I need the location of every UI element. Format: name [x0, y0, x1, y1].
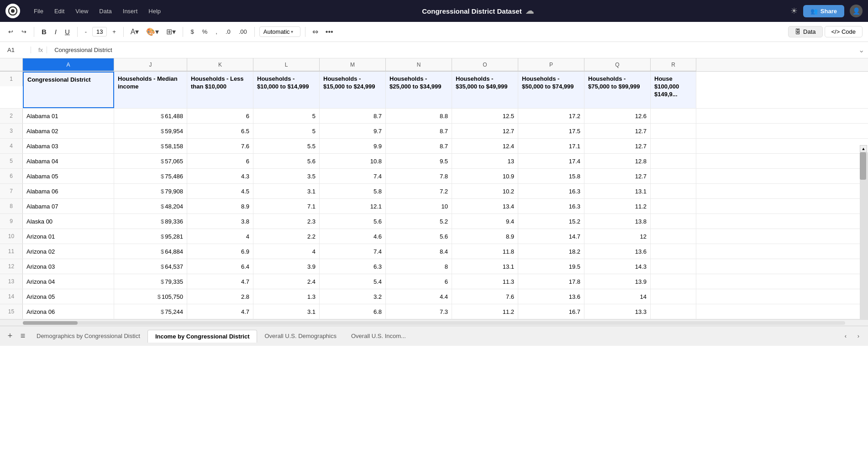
- cell-m-0[interactable]: 8.7: [320, 109, 386, 123]
- cell-n-2[interactable]: 8.7: [386, 139, 452, 153]
- cell-q-2[interactable]: 12.7: [584, 139, 651, 153]
- cell-median-3[interactable]: $57,065: [114, 154, 187, 168]
- cell-m-3[interactable]: 10.8: [320, 154, 386, 168]
- cell-n-6[interactable]: 10: [386, 199, 452, 213]
- cell-k-9[interactable]: 6.9: [187, 244, 253, 259]
- cell-p-2[interactable]: 17.1: [518, 139, 584, 153]
- col-header-l[interactable]: L: [253, 58, 320, 71]
- data-button[interactable]: 🗄 Data: [788, 26, 822, 37]
- col-header-a[interactable]: A: [23, 58, 114, 71]
- currency-button[interactable]: $: [188, 26, 196, 37]
- cell-q-8[interactable]: 12: [584, 229, 651, 244]
- cell-l-4[interactable]: 3.5: [253, 169, 320, 183]
- cell-p-3[interactable]: 17.4: [518, 154, 584, 168]
- cell-n-4[interactable]: 7.8: [386, 169, 452, 183]
- cell-k-5[interactable]: 4.5: [187, 184, 253, 198]
- cell-q-4[interactable]: 12.7: [584, 169, 651, 183]
- cell-q-6[interactable]: 11.2: [584, 199, 651, 213]
- cell-median-1[interactable]: $59,954: [114, 124, 187, 138]
- cell-m-12[interactable]: 3.2: [320, 289, 386, 304]
- cell-district-9[interactable]: Arizona 02: [23, 244, 114, 259]
- cell-q-1[interactable]: 12.7: [584, 124, 651, 138]
- cell-n-12[interactable]: 4.4: [386, 289, 452, 304]
- cell-l-6[interactable]: 7.1: [253, 199, 320, 213]
- cell-district-4[interactable]: Alabama 05: [23, 169, 114, 183]
- cell-l-7[interactable]: 2.3: [253, 214, 320, 229]
- comma-button[interactable]: ,: [213, 26, 220, 37]
- cell-k-1[interactable]: 6.5: [187, 124, 253, 138]
- cell-l-5[interactable]: 3.1: [253, 184, 320, 198]
- menu-help[interactable]: Help: [144, 6, 165, 16]
- cell-m-13[interactable]: 6.8: [320, 304, 386, 319]
- cell-median-6[interactable]: $48,204: [114, 199, 187, 213]
- borders-button[interactable]: ⊞▾: [164, 26, 178, 37]
- cell-median-13[interactable]: $75,244: [114, 304, 187, 319]
- tab-overall-income[interactable]: Overall U.S. Incom...: [344, 330, 413, 342]
- cell-district-7[interactable]: Alaska 00: [23, 214, 114, 229]
- cell-m-1[interactable]: 9.7: [320, 124, 386, 138]
- cell-district-1[interactable]: Alabama 02: [23, 124, 114, 138]
- underline-button[interactable]: U: [62, 26, 73, 37]
- cell-r-9[interactable]: [651, 244, 696, 259]
- tab-demographics[interactable]: Demographics by Congressional Distict: [29, 330, 147, 342]
- cell-r-1[interactable]: [651, 124, 696, 138]
- cell-n-8[interactable]: 5.6: [386, 229, 452, 244]
- cell-p-6[interactable]: 16.3: [518, 199, 584, 213]
- cell-median-11[interactable]: $79,335: [114, 274, 187, 289]
- cell-p-5[interactable]: 16.3: [518, 184, 584, 198]
- cell-k-8[interactable]: 4: [187, 229, 253, 244]
- font-color-button[interactable]: A▾: [128, 26, 142, 37]
- menu-view[interactable]: View: [71, 6, 93, 16]
- formula-expand-icon[interactable]: ⌄: [858, 46, 864, 54]
- cell-k-2[interactable]: 7.6: [187, 139, 253, 153]
- cell-l-8[interactable]: 2.2: [253, 229, 320, 244]
- cell-l-0[interactable]: 5: [253, 109, 320, 123]
- cell-r-11[interactable]: [651, 274, 696, 289]
- cell-district-12[interactable]: Arizona 05: [23, 289, 114, 304]
- redo-button[interactable]: ↪: [19, 26, 29, 37]
- cell-o-5[interactable]: 10.2: [452, 184, 518, 198]
- cell-r-3[interactable]: [651, 154, 696, 168]
- cell-p-7[interactable]: 15.2: [518, 214, 584, 229]
- cell-k-4[interactable]: 4.3: [187, 169, 253, 183]
- cell-k-0[interactable]: 6: [187, 109, 253, 123]
- cell-q-5[interactable]: 13.1: [584, 184, 651, 198]
- cell-l-3[interactable]: 5.6: [253, 154, 320, 168]
- increase-decimal[interactable]: .00: [236, 26, 250, 37]
- col-header-j[interactable]: J: [114, 58, 187, 71]
- cell-k-3[interactable]: 6: [187, 154, 253, 168]
- cell-l-1[interactable]: 5: [253, 124, 320, 138]
- cell-district-8[interactable]: Arizona 01: [23, 229, 114, 244]
- code-button[interactable]: </> Code: [825, 26, 863, 37]
- cell-r-0[interactable]: [651, 109, 696, 123]
- vertical-scrollbar[interactable]: ▲ ▼: [860, 145, 868, 319]
- cell-m-10[interactable]: 6.3: [320, 259, 386, 274]
- cell-p-11[interactable]: 17.8: [518, 274, 584, 289]
- cell-o-2[interactable]: 12.4: [452, 139, 518, 153]
- cell-n-9[interactable]: 8.4: [386, 244, 452, 259]
- add-tab-button[interactable]: +: [4, 330, 16, 343]
- cell-m-6[interactable]: 12.1: [320, 199, 386, 213]
- menu-edit[interactable]: Edit: [50, 6, 69, 16]
- cell-p-4[interactable]: 15.8: [518, 169, 584, 183]
- font-size-decrease[interactable]: -: [82, 26, 89, 37]
- cell-l-11[interactable]: 2.4: [253, 274, 320, 289]
- cell-o-13[interactable]: 11.2: [452, 304, 518, 319]
- cell-r-7[interactable]: [651, 214, 696, 229]
- cell-n-1[interactable]: 8.7: [386, 124, 452, 138]
- cell-o-11[interactable]: 11.3: [452, 274, 518, 289]
- cell-m-11[interactable]: 5.4: [320, 274, 386, 289]
- cell-k-6[interactable]: 8.9: [187, 199, 253, 213]
- cell-r-2[interactable]: [651, 139, 696, 153]
- cell-n-7[interactable]: 5.2: [386, 214, 452, 229]
- col-header-k[interactable]: K: [187, 58, 253, 71]
- tab-next-button[interactable]: ›: [852, 330, 864, 342]
- cell-median-10[interactable]: $64,537: [114, 259, 187, 274]
- cell-m-4[interactable]: 7.4: [320, 169, 386, 183]
- decrease-decimal[interactable]: .0: [223, 26, 233, 37]
- cell-k-11[interactable]: 4.7: [187, 274, 253, 289]
- cell-q-3[interactable]: 12.8: [584, 154, 651, 168]
- user-avatar[interactable]: 👤: [850, 5, 863, 17]
- cell-o-8[interactable]: 8.9: [452, 229, 518, 244]
- app-logo[interactable]: [5, 4, 20, 18]
